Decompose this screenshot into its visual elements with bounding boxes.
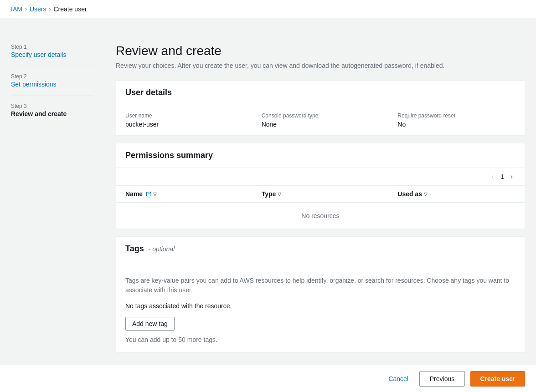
- cancel-button[interactable]: Cancel: [383, 372, 414, 385]
- sidebar: Step 1 Specify user details Step 2 Set p…: [0, 0, 105, 392]
- step-2-label: Step 2: [11, 73, 94, 80]
- pagination-current: 1: [500, 173, 504, 180]
- tags-limit-text: You can add up to 50 more tags.: [125, 336, 515, 343]
- user-details-title: User details: [125, 88, 172, 97]
- tags-card-header: Tags - optional: [116, 237, 525, 261]
- tags-card: Tags - optional Tags are key-value pairs…: [116, 236, 525, 353]
- detail-password-reset-value: No: [397, 121, 515, 128]
- pagination-prev-btn[interactable]: ‹: [489, 172, 497, 182]
- step-1-label: Step 1: [11, 44, 94, 50]
- breadcrumb-sep-1: ›: [25, 6, 27, 12]
- detail-password-reset-label: Require password reset: [397, 112, 515, 119]
- tags-description: Tags are key-value pairs you can add to …: [125, 276, 515, 295]
- main-content: Review and create Review your choices. A…: [105, 18, 536, 392]
- user-details-card-header: User details: [116, 81, 525, 105]
- pagination-next-btn[interactable]: ›: [508, 172, 515, 182]
- col-name-sort-icon: ▽: [153, 192, 157, 197]
- footer-bar: Cancel Previous Create user: [0, 365, 536, 392]
- tags-card-body: Tags are key-value pairs you can add to …: [116, 261, 525, 352]
- detail-username-label: User name: [125, 112, 243, 119]
- step-3-item: Step 3 Review and create: [11, 103, 94, 125]
- step-1-item: Step 1 Specify user details: [11, 44, 94, 66]
- user-details-grid: User name bucket-user Console password t…: [116, 105, 525, 135]
- col-type: Type ▽: [253, 186, 389, 202]
- permissions-card-header: Permissions summary: [116, 143, 525, 168]
- permissions-pagination-row: ‹ 1 ›: [116, 168, 525, 186]
- breadcrumb-iam[interactable]: IAM: [11, 5, 22, 13]
- page-description: Review your choices. After you create th…: [116, 62, 525, 69]
- step-1-link[interactable]: Specify user details: [11, 51, 94, 66]
- page-title: Review and create: [116, 44, 525, 58]
- detail-console-password-value: None: [262, 121, 380, 128]
- no-resources-message: No resources: [116, 203, 525, 229]
- breadcrumb-sep-2: ›: [49, 6, 51, 12]
- col-used-as-label: Used as: [397, 190, 422, 198]
- create-user-button[interactable]: Create user: [470, 371, 525, 387]
- col-used-as-sort-icon: ▽: [424, 192, 428, 197]
- step-3-label: Step 3: [11, 103, 94, 109]
- col-type-sort-icon: ▽: [278, 192, 281, 197]
- detail-password-reset: Require password reset No: [388, 105, 525, 135]
- detail-console-password-label: Console password type: [262, 112, 380, 119]
- tags-title: Tags: [125, 244, 144, 253]
- permissions-table-header: Name ▽ Type ▽ Used as ▽: [116, 186, 525, 203]
- previous-button[interactable]: Previous: [419, 371, 465, 387]
- permissions-title: Permissions summary: [125, 151, 213, 160]
- breadcrumb: IAM › Users › Create user: [0, 0, 536, 18]
- detail-username-value: bucket-user: [125, 121, 243, 128]
- breadcrumb-create-user: Create user: [53, 5, 87, 13]
- col-name-label: Name: [125, 190, 143, 198]
- tags-optional-label: - optional: [149, 245, 175, 253]
- external-link-icon: [146, 191, 151, 197]
- permissions-card: Permissions summary ‹ 1 › Name ▽: [116, 143, 525, 229]
- col-name: Name ▽: [116, 186, 253, 202]
- col-used-as: Used as ▽: [388, 186, 525, 202]
- step-2-item: Step 2 Set permissions: [11, 73, 94, 96]
- no-tags-text: No tags associated with the resource.: [125, 302, 515, 310]
- col-type-label: Type: [262, 190, 276, 198]
- add-tag-button[interactable]: Add new tag: [125, 317, 175, 331]
- step-3-name: Review and create: [11, 110, 94, 125]
- breadcrumb-users[interactable]: Users: [30, 5, 46, 13]
- user-details-card: User details User name bucket-user Conso…: [116, 80, 525, 136]
- detail-console-password: Console password type None: [253, 105, 389, 135]
- step-2-link[interactable]: Set permissions: [11, 81, 94, 96]
- detail-username: User name bucket-user: [116, 105, 253, 135]
